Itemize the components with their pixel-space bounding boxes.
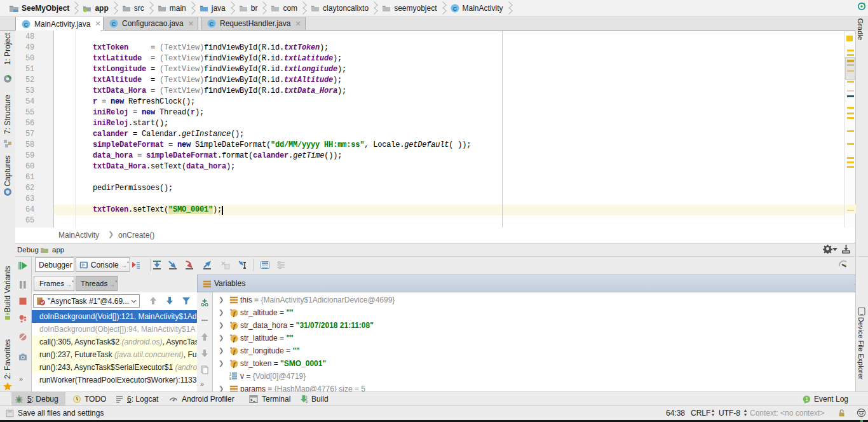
svg-text:C: C: [452, 5, 457, 12]
svg-text:C: C: [210, 20, 214, 27]
svg-text:3: 3: [229, 376, 232, 381]
svg-text:C: C: [112, 20, 116, 27]
svg-text:1: 1: [805, 396, 808, 402]
svg-text:1: 1: [306, 395, 308, 399]
svg-text:C: C: [24, 20, 29, 27]
svg-text:0: 0: [306, 400, 308, 404]
svg-text:1: 1: [229, 372, 232, 376]
